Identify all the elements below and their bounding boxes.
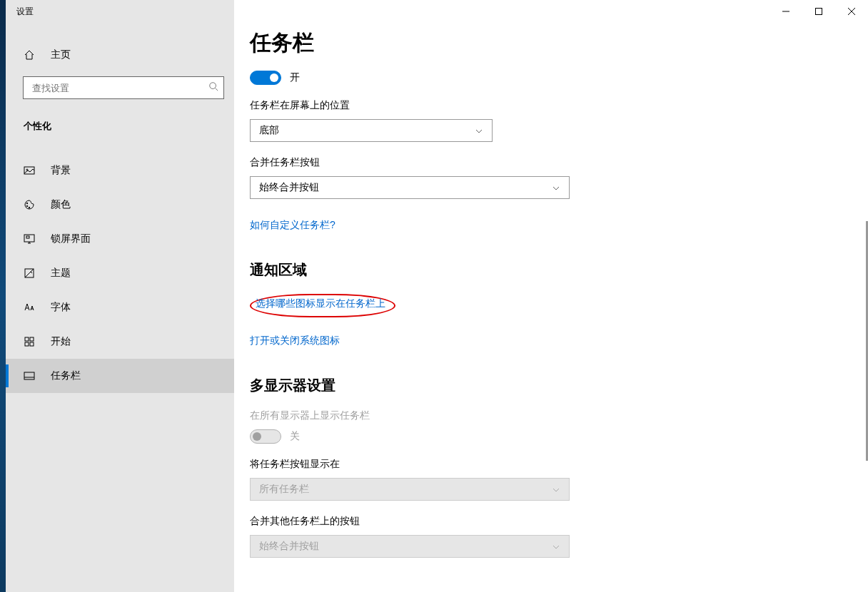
dropdown-value: 底部: [259, 124, 279, 137]
desktop-edge: [0, 0, 6, 592]
chevron-down-icon: [552, 542, 560, 551]
multi-show-dropdown: 所有任务栏: [250, 478, 570, 501]
home-icon: [24, 49, 35, 61]
dropdown-value: 所有任务栏: [259, 483, 309, 496]
svg-rect-1: [24, 167, 34, 174]
nav-item-background[interactable]: 背景: [6, 153, 234, 188]
search-icon: [208, 81, 218, 94]
page-title: 任务栏: [250, 29, 868, 58]
content-scroll[interactable]: 任务栏 开 任务栏在屏幕上的位置 底部 合并任务栏按钮 始终合并按钮 如何自定义…: [234, 0, 868, 592]
sidebar: 设置 主页 个性化 背景: [6, 0, 234, 592]
section-multi-display: 多显示器设置: [250, 376, 868, 395]
section-notification: 通知区域: [250, 260, 868, 280]
nav-label: 字体: [51, 301, 71, 314]
svg-point-0: [210, 83, 216, 89]
nav-item-taskbar[interactable]: 任务栏: [6, 359, 234, 393]
toggle-switch-on[interactable]: [250, 71, 281, 85]
home-label: 主页: [51, 49, 71, 61]
svg-rect-9: [25, 337, 29, 341]
nav-item-themes[interactable]: 主题: [6, 256, 234, 290]
multi-show-label: 将任务栏按钮显示在: [250, 458, 868, 471]
nav-label: 锁屏界面: [51, 233, 91, 245]
nav-item-fonts[interactable]: 字体: [6, 290, 234, 325]
search-container: [6, 71, 234, 99]
svg-point-4: [26, 205, 28, 207]
nav-label: 主题: [51, 267, 71, 280]
taskbar-icon: [24, 370, 35, 382]
font-icon: [24, 302, 35, 313]
nav-label: 开始: [51, 335, 71, 348]
nav-label: 背景: [51, 164, 71, 177]
link-system-icons[interactable]: 打开或关闭系统图标: [250, 335, 340, 347]
toggle-row-1: 开: [250, 71, 868, 85]
nav-list: 背景 颜色 锁屏界面 主题: [6, 153, 234, 393]
content-pane: 任务栏 开 任务栏在屏幕上的位置 底部 合并任务栏按钮 始终合并按钮 如何自定义…: [234, 0, 868, 592]
combine-dropdown[interactable]: 始终合并按钮: [250, 176, 570, 199]
start-icon: [24, 336, 35, 347]
toggle-state-label: 关: [290, 430, 300, 443]
nav-label: 颜色: [51, 198, 71, 211]
dropdown-value: 始终合并按钮: [259, 181, 319, 194]
palette-icon: [24, 199, 35, 210]
link-select-icons[interactable]: 选择哪些图标显示在任务栏上: [256, 297, 385, 310]
svg-rect-12: [30, 342, 34, 346]
toggle-state-label: 开: [290, 71, 300, 84]
category-label: 个性化: [6, 99, 234, 133]
multi-toggle-row: 关: [250, 429, 868, 444]
themes-icon: [24, 267, 35, 279]
dropdown-value: 始终合并按钮: [259, 540, 319, 553]
nav-item-start[interactable]: 开始: [6, 325, 234, 359]
chevron-down-icon: [552, 485, 560, 494]
settings-window: 设置 主页 个性化 背景: [6, 0, 868, 592]
search-input[interactable]: [23, 76, 224, 99]
svg-rect-7: [26, 236, 29, 238]
annotation-circle: 选择哪些图标显示在任务栏上: [250, 294, 395, 317]
multi-combine-label: 合并其他任务栏上的按钮: [250, 515, 868, 528]
chevron-down-icon: [552, 183, 560, 192]
home-button[interactable]: 主页: [6, 39, 234, 71]
nav-item-lockscreen[interactable]: 锁屏界面: [6, 222, 234, 256]
svg-point-3: [26, 203, 28, 204]
combine-label: 合并任务栏按钮: [250, 156, 868, 169]
lockscreen-icon: [24, 233, 35, 245]
multi-toggle-label: 在所有显示器上显示任务栏: [250, 409, 868, 422]
chevron-down-icon: [475, 126, 483, 135]
svg-point-5: [29, 207, 30, 208]
window-title: 设置: [6, 0, 234, 23]
toggle-switch-off-disabled: [250, 429, 281, 444]
svg-rect-10: [30, 337, 34, 341]
window-title-text: 设置: [16, 6, 34, 18]
svg-rect-13: [24, 372, 34, 379]
svg-rect-11: [25, 342, 29, 346]
multi-combine-dropdown: 始终合并按钮: [250, 535, 570, 558]
help-link[interactable]: 如何自定义任务栏?: [250, 219, 335, 232]
position-dropdown[interactable]: 底部: [250, 119, 493, 142]
picture-icon: [24, 165, 35, 176]
position-label: 任务栏在屏幕上的位置: [250, 99, 868, 112]
nav-item-colors[interactable]: 颜色: [6, 188, 234, 222]
nav-label: 任务栏: [51, 369, 81, 382]
